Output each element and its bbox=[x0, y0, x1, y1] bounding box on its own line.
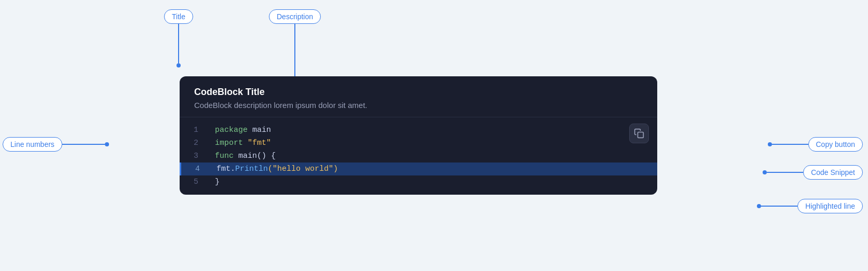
line-number-1: 1 bbox=[180, 126, 211, 134]
token: ("hello world") bbox=[268, 165, 338, 173]
copy-btn-dot bbox=[768, 142, 772, 146]
code-title: CodeBlock Title bbox=[194, 87, 643, 98]
token: main bbox=[248, 126, 271, 134]
description-annotation-label: Description bbox=[269, 9, 321, 24]
highlighted-line-line bbox=[761, 206, 797, 207]
token: Println bbox=[235, 165, 268, 173]
token: package bbox=[215, 126, 248, 134]
token: "fmt" bbox=[243, 139, 271, 147]
token: fmt bbox=[216, 165, 230, 173]
code-line-4-highlighted: 4 fmt.Println("hello world") bbox=[180, 162, 657, 175]
highlighted-line-annotation: Highlighted line bbox=[757, 199, 863, 213]
line-numbers-annotation: Line numbers bbox=[3, 137, 109, 152]
token: . bbox=[230, 165, 235, 173]
line-numbers-label: Line numbers bbox=[3, 137, 62, 152]
code-snippet-annotation: Code Snippet bbox=[763, 165, 863, 180]
line-content-1: package main bbox=[211, 126, 657, 134]
line-number-4: 4 bbox=[181, 165, 212, 173]
token: func bbox=[215, 152, 234, 160]
code-description: CodeBlock description lorem ipsum dolor … bbox=[194, 101, 643, 110]
code-block: CodeBlock Title CodeBlock description lo… bbox=[180, 76, 657, 195]
main-container: Title Description CodeBlock Title CodeBl… bbox=[0, 0, 868, 271]
line-number-2: 2 bbox=[180, 139, 211, 147]
code-snippet-label: Code Snippet bbox=[803, 165, 863, 180]
line-numbers-dot bbox=[105, 142, 109, 146]
code-header: CodeBlock Title CodeBlock description lo… bbox=[180, 76, 657, 117]
code-line-2: 2 import "fmt" bbox=[180, 137, 657, 150]
token: } bbox=[215, 178, 220, 186]
copy-button-annotation: Copy button bbox=[768, 137, 863, 152]
code-snippet-dot bbox=[763, 170, 767, 174]
line-number-5: 5 bbox=[180, 178, 211, 186]
line-content-4: fmt.Println("hello world") bbox=[212, 165, 657, 173]
title-annotation: Title bbox=[164, 9, 193, 67]
copy-btn-line bbox=[772, 144, 808, 145]
highlighted-line-dot bbox=[757, 204, 761, 208]
line-content-2: import "fmt" bbox=[211, 139, 657, 147]
title-annotation-label: Title bbox=[164, 9, 193, 24]
title-annotation-line bbox=[178, 24, 179, 63]
line-number-3: 3 bbox=[180, 152, 211, 160]
token: main() { bbox=[234, 152, 276, 160]
line-content-5: } bbox=[211, 178, 657, 186]
token: import bbox=[215, 139, 243, 147]
code-line-3: 3 func main() { bbox=[180, 150, 657, 162]
code-line-1: 1 package main bbox=[180, 124, 657, 137]
code-body: 1 package main 2 import "fmt" 3 func mai… bbox=[180, 117, 657, 195]
line-content-3: func main() { bbox=[211, 152, 657, 160]
code-line-5: 5 } bbox=[180, 175, 657, 188]
code-snippet-line bbox=[767, 172, 803, 173]
copy-button-label: Copy button bbox=[808, 137, 863, 152]
line-numbers-line bbox=[62, 144, 105, 145]
title-annotation-dot bbox=[177, 63, 181, 67]
highlighted-line-label: Highlighted line bbox=[797, 199, 863, 213]
